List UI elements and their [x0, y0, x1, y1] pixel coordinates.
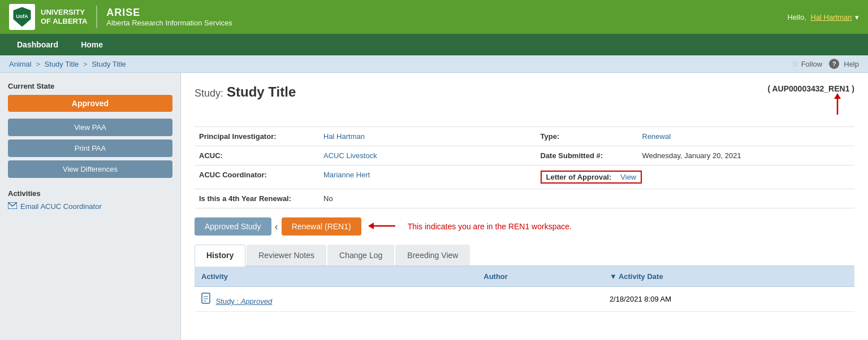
email-acuc-coordinator-link[interactable]: Email ACUC Coordinator [8, 202, 172, 211]
col-author: Author [477, 267, 603, 287]
email-acuc-label: Email ACUC Coordinator [20, 202, 102, 211]
arise-branding: ARISE Alberta Research Information Servi… [106, 7, 232, 27]
breadcrumb-sep-1: > [36, 60, 40, 68]
view-differences-button[interactable]: View Differences [8, 160, 172, 178]
type-value: Renewal [638, 127, 855, 146]
follow-button[interactable]: ☆ Follow [792, 59, 823, 69]
letter-view-link[interactable]: View [620, 173, 636, 181]
study-name: Study Title [227, 84, 296, 100]
study-label: Study: [195, 88, 223, 99]
red-arrow-up-annotation [821, 93, 854, 117]
dropdown-arrow-icon[interactable]: ▾ [855, 13, 859, 21]
study-info-grid: Principal Investigator: Hal Hartman Type… [195, 127, 854, 208]
history-table: Activity Author ▼ Activity Date [195, 267, 854, 312]
navigation-bar: Dashboard Home [0, 34, 868, 55]
study-title-row: Study: Study Title [195, 84, 296, 100]
tab-history[interactable]: History [195, 245, 245, 267]
tab-reviewer-notes[interactable]: Reviewer Notes [247, 245, 326, 265]
date-submitted-label: Date Submitted #: [536, 146, 638, 165]
current-state-label: Current State [8, 82, 172, 90]
study-nav-row: Approved Study ‹ Renewal (REN1) This ind… [195, 217, 854, 236]
study-header: Study: Study Title ( AUP00003432_REN1 ) [195, 84, 854, 117]
study-id-badge: ( AUP00003432_REN1 ) [767, 84, 854, 93]
pi-label: Principal Investigator: [195, 127, 319, 146]
approved-study-button[interactable]: Approved Study [195, 217, 271, 236]
red-left-arrow-icon [368, 220, 396, 233]
print-paa-button[interactable]: Print PAA [8, 140, 172, 157]
header-left: UofA UNIVERSITY OF ALBERTA ARISE Alberta… [9, 4, 232, 30]
date-submitted-value: Wednesday, January 20, 2021 [638, 146, 855, 165]
follow-label: Follow [801, 60, 823, 68]
arise-subtitle: Alberta Research Information Services [106, 19, 232, 27]
breadcrumb: Animal > Study Title > Study Title [9, 60, 126, 68]
breadcrumb-bar: Animal > Study Title > Study Title ☆ Fol… [0, 55, 868, 73]
username-link[interactable]: Hal Hartman [810, 13, 852, 21]
renewal-button[interactable]: Renewal (REN1) [282, 217, 361, 236]
svg-marker-4 [834, 93, 841, 99]
header-divider [96, 6, 97, 28]
breadcrumb-sep-2: > [83, 60, 88, 68]
empty-cell-2 [638, 189, 855, 208]
workspace-annotation: This indicates you are in the REN1 works… [408, 222, 572, 231]
tab-breeding-view[interactable]: Breeding View [395, 245, 470, 265]
page-header: UofA UNIVERSITY OF ALBERTA ARISE Alberta… [0, 0, 868, 34]
breadcrumb-study-title-1[interactable]: Study Title [45, 60, 79, 68]
nav-dashboard[interactable]: Dashboard [6, 34, 70, 55]
author-cell [477, 287, 603, 312]
letter-of-approval-box: Letter of Approval: View [541, 171, 642, 184]
letter-of-approval-label: Letter of Approval: [546, 173, 612, 181]
breadcrumb-actions: ☆ Follow ? Help [792, 59, 859, 69]
university-name: UNIVERSITY OF ALBERTA [41, 8, 87, 25]
activity-link[interactable]: Study : Approved [216, 297, 273, 306]
activities-section: Activities Email ACUC Coordinator [8, 189, 172, 211]
doc-icon [201, 293, 210, 304]
acuc-coordinator-label: ACUC Coordinator: [195, 165, 319, 189]
acuc-coordinator-value: Marianne Hert [319, 165, 536, 189]
breadcrumb-study-title-2: Study Title [92, 60, 126, 68]
user-greeting: Hello, Hal Hartman ▾ [788, 13, 859, 21]
tabs-row: History Reviewer Notes Change Log Breedi… [195, 245, 854, 267]
svg-marker-6 [368, 223, 374, 229]
svg-text:UofA: UofA [16, 14, 28, 19]
activities-title: Activities [8, 189, 172, 198]
help-circle-icon: ? [829, 59, 839, 69]
breadcrumb-animal[interactable]: Animal [9, 60, 32, 68]
table-row: Study : Approved 2/18/2021 8:09 AM [195, 287, 854, 312]
arise-label: ARISE [106, 7, 232, 19]
logo-shield-icon: UofA [9, 4, 35, 30]
view-paa-button[interactable]: View PAA [8, 119, 172, 136]
fourth-year-label: Is this a 4th Year Renewal: [195, 189, 319, 208]
envelope-icon [8, 202, 17, 211]
pi-value: Hal Hartman [319, 127, 536, 146]
star-icon: ☆ [792, 59, 799, 69]
activity-cell: Study : Approved [195, 287, 477, 312]
empty-cell-1 [536, 189, 638, 208]
acuc-label: ACUC: [195, 146, 319, 165]
svg-rect-7 [202, 293, 210, 303]
col-activity: Activity [195, 267, 477, 287]
tab-change-log[interactable]: Change Log [327, 245, 394, 265]
date-cell: 2/18/2021 8:09 AM [603, 287, 854, 312]
type-label: Type: [536, 127, 638, 146]
fourth-year-value: No [319, 189, 536, 208]
greeting-text: Hello, [788, 13, 806, 21]
nav-home[interactable]: Home [70, 34, 114, 55]
main-layout: Current State Approved View PAA Print PA… [0, 73, 868, 340]
university-logo: UofA UNIVERSITY OF ALBERTA [9, 4, 87, 30]
help-button[interactable]: ? Help [829, 59, 859, 69]
col-activity-date[interactable]: ▼ Activity Date [603, 267, 854, 287]
help-label: Help [844, 60, 859, 68]
acuc-value: ACUC Livestock [319, 146, 536, 165]
content-area: Study: Study Title ( AUP00003432_REN1 ) … [181, 73, 868, 340]
state-badge: Approved [8, 95, 172, 112]
letter-of-approval-cell: Letter of Approval: View [536, 165, 855, 189]
sidebar: Current State Approved View PAA Print PA… [0, 73, 181, 340]
nav-left-arrow-icon: ‹ [275, 221, 278, 233]
